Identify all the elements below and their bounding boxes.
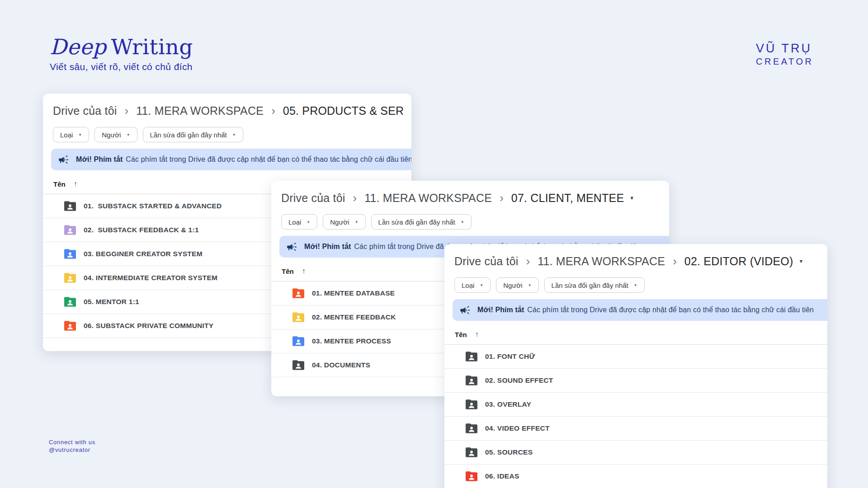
breadcrumb-workspace[interactable]: 11. MERA WORKSPACE	[136, 104, 264, 117]
filter-chip-people[interactable]: Người▼	[496, 277, 538, 293]
chevron-right-icon: ›	[526, 254, 530, 268]
breadcrumb-root[interactable]: Drive của tôi	[53, 104, 117, 117]
brand-title: DeepWriting	[50, 35, 193, 59]
chip-label: Người	[503, 282, 522, 289]
folder-list: 01. FONT CHỮ 02. SOUND EFFECT 03. OVERLA…	[444, 344, 827, 488]
banner-bold-text: Mới! Phím tắt	[304, 243, 351, 250]
chevron-right-icon: ›	[673, 254, 677, 268]
dropdown-caret-icon[interactable]: ▼	[799, 258, 804, 264]
column-header-name[interactable]: Tên	[53, 180, 66, 188]
logo-line1: VŨ TRỤ	[756, 42, 813, 56]
chip-label: Loại	[60, 131, 73, 139]
banner-text: Mới! Phím tắtCác phím tắt trong Drive đã…	[477, 306, 814, 314]
breadcrumb: Drive của tôi › 11. MERA WORKSPACE › 02.…	[454, 253, 826, 269]
folder-name: 04. INTERMEDIATE CREATOR SYSTEM	[84, 274, 217, 282]
filter-chip-people[interactable]: Người▼	[94, 127, 137, 142]
shared-folder-icon	[466, 423, 477, 433]
filter-chip-type[interactable]: Loại▼	[53, 127, 89, 142]
shared-folder-icon	[64, 321, 76, 331]
shared-folder-icon	[466, 375, 477, 385]
filter-chip-modified[interactable]: Lần sửa đổi gần đây nhất▼	[371, 214, 472, 230]
footer-line1: Connect with us	[49, 438, 95, 446]
filter-chip-bar: Loại▼ Người▼ Lần sửa đổi gần đây nhất▼	[281, 214, 472, 230]
shared-folder-icon	[64, 201, 76, 211]
chevron-right-icon: ›	[500, 191, 504, 205]
sort-ascending-icon[interactable]: ↑	[475, 330, 479, 338]
folder-name: 02. SOUND EFFECT	[485, 376, 553, 385]
banner-body-text: Các phím tắt trong Drive đã được cập nhậ…	[126, 155, 411, 163]
megaphone-icon	[459, 305, 471, 316]
folder-name: 05. SOURCES	[485, 448, 533, 456]
breadcrumb-root[interactable]: Drive của tôi	[281, 192, 345, 205]
filter-chip-type[interactable]: Loại▼	[454, 277, 491, 293]
chevron-down-icon: ▼	[355, 220, 359, 224]
breadcrumb-current[interactable]: 05. PRODUCTS & SER	[283, 104, 404, 117]
breadcrumb-current[interactable]: 02. EDITOR (VIDEO)	[684, 255, 793, 268]
folder-row[interactable]: 05. SOURCES	[444, 441, 827, 465]
folder-name: 03. MENTEE PROCESS	[312, 337, 391, 345]
brand-title-writing: Writing	[111, 34, 193, 59]
breadcrumb: Drive của tôi › 11. MERA WORKSPACE › 07.…	[281, 190, 667, 206]
dropdown-caret-icon[interactable]: ▼	[629, 195, 634, 201]
brand-block: DeepWriting Viết sâu, viết rõ, viết có c…	[50, 35, 193, 72]
breadcrumb-root[interactable]: Drive của tôi	[454, 255, 519, 268]
filter-chip-modified[interactable]: Lần sửa đổi gần đây nhất▼	[544, 277, 645, 293]
shortcut-notification-banner: Mới! Phím tắtCác phím tắt trong Drive đã…	[453, 299, 827, 321]
brand-title-deep: Deep	[50, 34, 106, 59]
chevron-right-icon: ›	[271, 104, 275, 117]
breadcrumb-current[interactable]: 07. CLIENT, MENTEE	[511, 192, 624, 205]
chevron-down-icon: ▼	[634, 283, 637, 287]
folder-name: 06. IDEAS	[485, 472, 519, 480]
chevron-down-icon: ▼	[528, 283, 532, 287]
folder-row[interactable]: 04. VIDEO EFFECT	[444, 417, 827, 441]
breadcrumb-workspace[interactable]: 11. MERA WORKSPACE	[538, 255, 665, 268]
column-header-name[interactable]: Tên	[282, 267, 294, 275]
folder-row[interactable]: 01. FONT CHỮ	[444, 345, 827, 369]
breadcrumb-workspace[interactable]: 11. MERA WORKSPACE	[364, 192, 492, 205]
folder-row[interactable]: 06. IDEAS	[444, 465, 827, 488]
chevron-down-icon: ▼	[307, 220, 310, 224]
footer-connect: Connect with us @vutrucreator	[49, 438, 95, 454]
filter-chip-people[interactable]: Người▼	[323, 214, 365, 230]
folder-row[interactable]: 02. SOUND EFFECT	[444, 369, 827, 393]
logo-line2: CREATOR	[756, 56, 813, 67]
shared-folder-icon	[466, 352, 477, 361]
folder-name: 04. VIDEO EFFECT	[485, 424, 550, 432]
chip-label: Người	[330, 218, 349, 226]
folder-row[interactable]: 03. OVERLAY	[444, 393, 827, 417]
shared-folder-icon	[292, 288, 304, 298]
chevron-down-icon: ▼	[127, 133, 130, 137]
vutru-creator-logo: VŨ TRỤ CREATOR	[756, 42, 813, 67]
filter-chip-type[interactable]: Loại▼	[281, 214, 317, 230]
chip-label: Lần sửa đổi gần đây nhất	[552, 282, 628, 289]
banner-text: Mới! Phím tắtCác phím tắt trong Drive đã…	[76, 155, 411, 164]
banner-body-text: Các phím tắt trong Drive đã được cập nhậ…	[527, 306, 814, 314]
sort-ascending-icon[interactable]: ↑	[302, 267, 306, 275]
folder-name: 02. MENTEE FEEDBACK	[312, 313, 396, 321]
folder-name: 02. SUBSTACK FEEDBACK & 1:1	[84, 226, 199, 234]
list-header: Tên ↑	[455, 330, 479, 338]
shared-folder-icon	[466, 399, 477, 409]
sort-ascending-icon[interactable]: ↑	[74, 180, 77, 188]
chip-label: Loại	[462, 282, 474, 289]
shared-folder-icon	[292, 336, 304, 346]
chevron-right-icon: ›	[353, 191, 357, 205]
folder-name: 01. FONT CHỮ	[485, 352, 535, 361]
folder-name: 03. OVERLAY	[485, 400, 531, 408]
chevron-down-icon: ▼	[480, 283, 483, 287]
chevron-down-icon: ▼	[232, 133, 236, 137]
chip-label: Loại	[288, 218, 301, 226]
column-header-name[interactable]: Tên	[455, 331, 467, 338]
chip-label: Lần sửa đổi gần đây nhất	[378, 218, 455, 226]
filter-chip-bar: Loại▼ Người▼ Lần sửa đổi gần đây nhất▼	[53, 127, 243, 142]
chevron-down-icon: ▼	[461, 220, 464, 224]
page-canvas: DeepWriting Viết sâu, viết rõ, viết có c…	[0, 0, 868, 488]
folder-name: 05. MENTOR 1:1	[84, 298, 139, 306]
list-header: Tên ↑	[282, 267, 306, 275]
filter-chip-modified[interactable]: Lần sửa đổi gần đây nhất▼	[143, 127, 243, 142]
folder-name: 01. MENTEE DATABASE	[312, 289, 395, 297]
chevron-right-icon: ›	[125, 104, 129, 117]
chip-label: Lần sửa đổi gần đây nhất	[150, 131, 227, 139]
breadcrumb: Drive của tôi › 11. MERA WORKSPACE › 05.…	[53, 103, 410, 119]
folder-name: 04. DOCUMENTS	[312, 361, 370, 369]
